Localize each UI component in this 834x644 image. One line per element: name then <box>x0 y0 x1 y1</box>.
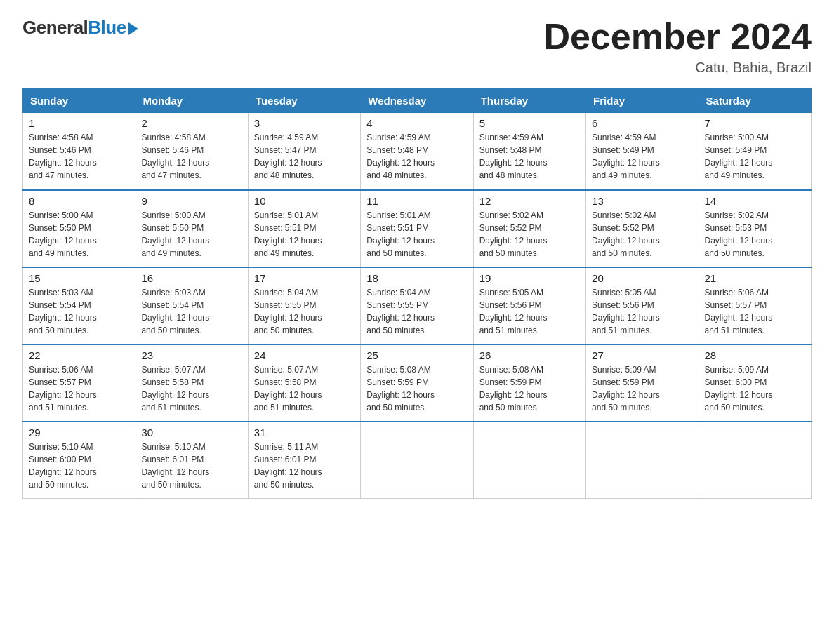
day-number-1: 1 <box>29 117 129 129</box>
day-number-30: 30 <box>141 427 241 438</box>
day-info-20: Sunrise: 5:05 AMSunset: 5:56 PMDaylight:… <box>592 286 692 337</box>
day-info-21: Sunrise: 5:06 AMSunset: 5:57 PMDaylight:… <box>705 286 805 337</box>
week-row-2: 8Sunrise: 5:00 AMSunset: 5:50 PMDaylight… <box>23 190 812 267</box>
day-info-28: Sunrise: 5:09 AMSunset: 6:00 PMDaylight:… <box>705 363 805 414</box>
logo-text: General Blue <box>22 17 138 39</box>
day-cell-9: 9Sunrise: 5:00 AMSunset: 5:50 PMDaylight… <box>135 190 248 267</box>
day-info-15: Sunrise: 5:03 AMSunset: 5:54 PMDaylight:… <box>29 286 129 337</box>
day-cell-21: 21Sunrise: 5:06 AMSunset: 5:57 PMDayligh… <box>699 267 811 344</box>
page-header: General Blue December 2024 Catu, Bahia, … <box>22 17 812 76</box>
day-info-22: Sunrise: 5:06 AMSunset: 5:57 PMDaylight:… <box>29 363 129 414</box>
day-info-27: Sunrise: 5:09 AMSunset: 5:59 PMDaylight:… <box>592 363 692 414</box>
week-row-4: 22Sunrise: 5:06 AMSunset: 5:57 PMDayligh… <box>23 344 812 422</box>
day-number-22: 22 <box>29 349 129 361</box>
day-number-9: 9 <box>141 195 241 207</box>
header-sunday: Sunday <box>23 89 135 113</box>
day-number-31: 31 <box>254 427 355 438</box>
day-info-30: Sunrise: 5:10 AMSunset: 6:01 PMDaylight:… <box>141 441 241 491</box>
day-cell-24: 24Sunrise: 5:07 AMSunset: 5:58 PMDayligh… <box>248 344 360 422</box>
day-number-25: 25 <box>366 349 467 361</box>
day-number-23: 23 <box>141 349 241 361</box>
day-cell-2: 2Sunrise: 4:58 AMSunset: 5:46 PMDaylight… <box>135 113 248 190</box>
day-cell-3: 3Sunrise: 4:59 AMSunset: 5:47 PMDaylight… <box>248 113 360 190</box>
day-info-5: Sunrise: 4:59 AMSunset: 5:48 PMDaylight:… <box>479 131 580 182</box>
day-cell-12: 12Sunrise: 5:02 AMSunset: 5:52 PMDayligh… <box>473 190 585 267</box>
day-cell-5: 5Sunrise: 4:59 AMSunset: 5:48 PMDaylight… <box>473 113 585 190</box>
day-info-7: Sunrise: 5:00 AMSunset: 5:49 PMDaylight:… <box>705 131 805 182</box>
day-cell-7: 7Sunrise: 5:00 AMSunset: 5:49 PMDaylight… <box>699 113 811 190</box>
header-tuesday: Tuesday <box>248 89 360 113</box>
day-number-2: 2 <box>141 117 241 129</box>
calendar-table: SundayMondayTuesdayWednesdayThursdayFrid… <box>22 88 812 499</box>
day-cell-26: 26Sunrise: 5:08 AMSunset: 5:59 PMDayligh… <box>473 344 585 422</box>
day-info-31: Sunrise: 5:11 AMSunset: 6:01 PMDaylight:… <box>254 441 355 491</box>
header-row: SundayMondayTuesdayWednesdayThursdayFrid… <box>23 89 812 113</box>
day-info-14: Sunrise: 5:02 AMSunset: 5:53 PMDaylight:… <box>705 209 805 260</box>
day-cell-15: 15Sunrise: 5:03 AMSunset: 5:54 PMDayligh… <box>23 267 135 344</box>
day-number-28: 28 <box>705 349 805 361</box>
day-cell-4: 4Sunrise: 4:59 AMSunset: 5:48 PMDaylight… <box>361 113 473 190</box>
day-info-23: Sunrise: 5:07 AMSunset: 5:58 PMDaylight:… <box>141 363 241 414</box>
calendar-title: December 2024 <box>543 17 812 57</box>
day-cell-29: 29Sunrise: 5:10 AMSunset: 6:00 PMDayligh… <box>23 422 135 499</box>
header-monday: Monday <box>135 89 248 113</box>
calendar-subtitle: Catu, Bahia, Brazil <box>543 60 812 76</box>
day-cell-17: 17Sunrise: 5:04 AMSunset: 5:55 PMDayligh… <box>248 267 360 344</box>
header-friday: Friday <box>586 89 699 113</box>
day-number-16: 16 <box>141 272 241 284</box>
day-info-13: Sunrise: 5:02 AMSunset: 5:52 PMDaylight:… <box>592 209 692 260</box>
day-cell-20: 20Sunrise: 5:05 AMSunset: 5:56 PMDayligh… <box>586 267 699 344</box>
day-number-14: 14 <box>705 195 805 207</box>
week-row-3: 15Sunrise: 5:03 AMSunset: 5:54 PMDayligh… <box>23 267 812 344</box>
day-number-15: 15 <box>29 272 129 284</box>
day-number-4: 4 <box>366 117 467 129</box>
day-number-10: 10 <box>254 195 355 207</box>
header-wednesday: Wednesday <box>361 89 473 113</box>
day-cell-18: 18Sunrise: 5:04 AMSunset: 5:55 PMDayligh… <box>361 267 473 344</box>
empty-cell <box>586 422 699 499</box>
day-number-17: 17 <box>254 272 355 284</box>
day-cell-31: 31Sunrise: 5:11 AMSunset: 6:01 PMDayligh… <box>248 422 360 499</box>
day-cell-28: 28Sunrise: 5:09 AMSunset: 6:00 PMDayligh… <box>699 344 811 422</box>
day-number-12: 12 <box>479 195 580 207</box>
day-cell-10: 10Sunrise: 5:01 AMSunset: 5:51 PMDayligh… <box>248 190 360 267</box>
day-number-8: 8 <box>29 195 129 207</box>
day-info-12: Sunrise: 5:02 AMSunset: 5:52 PMDaylight:… <box>479 209 580 260</box>
day-info-25: Sunrise: 5:08 AMSunset: 5:59 PMDaylight:… <box>366 363 467 414</box>
logo-general-text: General <box>22 17 88 39</box>
day-info-1: Sunrise: 4:58 AMSunset: 5:46 PMDaylight:… <box>29 131 129 182</box>
day-number-19: 19 <box>479 272 580 284</box>
logo-blue-part: Blue <box>88 17 138 39</box>
day-cell-30: 30Sunrise: 5:10 AMSunset: 6:01 PMDayligh… <box>135 422 248 499</box>
logo-arrow-icon <box>128 22 138 35</box>
logo-blue-text: Blue <box>88 17 126 39</box>
week-row-1: 1Sunrise: 4:58 AMSunset: 5:46 PMDaylight… <box>23 113 812 190</box>
empty-cell <box>361 422 473 499</box>
day-cell-19: 19Sunrise: 5:05 AMSunset: 5:56 PMDayligh… <box>473 267 585 344</box>
day-info-16: Sunrise: 5:03 AMSunset: 5:54 PMDaylight:… <box>141 286 241 337</box>
day-info-29: Sunrise: 5:10 AMSunset: 6:00 PMDaylight:… <box>29 441 129 491</box>
day-cell-22: 22Sunrise: 5:06 AMSunset: 5:57 PMDayligh… <box>23 344 135 422</box>
day-cell-13: 13Sunrise: 5:02 AMSunset: 5:52 PMDayligh… <box>586 190 699 267</box>
day-cell-23: 23Sunrise: 5:07 AMSunset: 5:58 PMDayligh… <box>135 344 248 422</box>
day-info-24: Sunrise: 5:07 AMSunset: 5:58 PMDaylight:… <box>254 363 355 414</box>
day-info-10: Sunrise: 5:01 AMSunset: 5:51 PMDaylight:… <box>254 209 355 260</box>
day-number-21: 21 <box>705 272 805 284</box>
day-cell-11: 11Sunrise: 5:01 AMSunset: 5:51 PMDayligh… <box>361 190 473 267</box>
day-number-20: 20 <box>592 272 692 284</box>
day-cell-14: 14Sunrise: 5:02 AMSunset: 5:53 PMDayligh… <box>699 190 811 267</box>
day-cell-6: 6Sunrise: 4:59 AMSunset: 5:49 PMDaylight… <box>586 113 699 190</box>
logo: General Blue <box>22 17 138 39</box>
day-number-13: 13 <box>592 195 692 207</box>
day-info-26: Sunrise: 5:08 AMSunset: 5:59 PMDaylight:… <box>479 363 580 414</box>
day-cell-8: 8Sunrise: 5:00 AMSunset: 5:50 PMDaylight… <box>23 190 135 267</box>
day-info-19: Sunrise: 5:05 AMSunset: 5:56 PMDaylight:… <box>479 286 580 337</box>
day-info-3: Sunrise: 4:59 AMSunset: 5:47 PMDaylight:… <box>254 131 355 182</box>
day-number-18: 18 <box>366 272 467 284</box>
day-number-26: 26 <box>479 349 580 361</box>
week-row-5: 29Sunrise: 5:10 AMSunset: 6:00 PMDayligh… <box>23 422 812 499</box>
day-info-9: Sunrise: 5:00 AMSunset: 5:50 PMDaylight:… <box>141 209 241 260</box>
day-number-11: 11 <box>366 195 467 207</box>
day-info-4: Sunrise: 4:59 AMSunset: 5:48 PMDaylight:… <box>366 131 467 182</box>
day-number-7: 7 <box>705 117 805 129</box>
